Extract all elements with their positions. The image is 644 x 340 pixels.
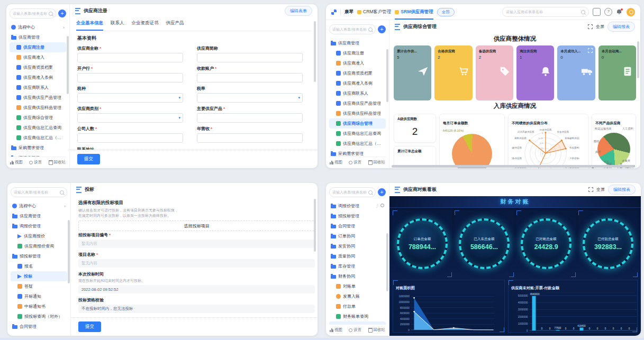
stat-card[interactable]: 本月成功入...0 — [557, 45, 595, 100]
sidebar-item-process-center[interactable]: 流程中心› — [10, 22, 66, 32]
sidebar-folder-contract[interactable]: 合同管理 — [329, 221, 386, 231]
stat-card[interactable]: 合格供应商2 — [434, 45, 472, 100]
sidebar-item[interactable]: 供应商资质档案 — [10, 62, 66, 72]
recycle-bin-button[interactable]: 回收站 — [368, 327, 386, 333]
sidebar-search-input[interactable]: 请输入表单/报表名称 — [329, 24, 376, 34]
sidebar-scrollbar[interactable] — [386, 233, 388, 291]
sidebar-item[interactable]: 供应商信息汇总（对... — [329, 139, 386, 149]
submit-button[interactable]: 提交 — [78, 321, 101, 332]
gauge-tile[interactable]: 已入库总金额586646... — [455, 210, 514, 277]
sidebar-folder-order[interactable]: 订单协同 — [11, 332, 67, 334]
sidebar-item[interactable]: 财务账单查询 — [329, 311, 386, 321]
add-form-button[interactable]: + — [58, 10, 66, 17]
project-name-input[interactable]: 暂无内容 — [78, 259, 315, 268]
gauge-tile[interactable]: 已付款总金额392883... — [578, 210, 638, 277]
sidebar-item-process-center[interactable]: 流程中心› — [11, 201, 67, 211]
chart-performance-radar[interactable]: 不同绩效的供应商分布 0 0.25 0.5 0.75 1 白金供应商 — [508, 114, 588, 168]
sidebar-item[interactable]: 投标 — [11, 271, 67, 281]
sidebar-item[interactable]: 供应商资质档案 — [329, 68, 386, 78]
notifications-icon[interactable] — [616, 8, 623, 15]
sidebar-folder-rfq[interactable]: 询报价管理⋮ — [329, 201, 386, 211]
recycle-bin-button[interactable]: 回收站 — [368, 160, 386, 165]
user-avatar[interactable] — [627, 8, 635, 16]
sidebar-item[interactable]: 供应商联系人 — [10, 82, 66, 93]
sidebar-item[interactable]: 供应商注册 — [329, 48, 386, 58]
sidebar-item[interactable]: 付款单 — [329, 301, 386, 311]
settings-button[interactable]: 设置 — [29, 160, 42, 165]
add-form-button[interactable]: + — [378, 188, 386, 196]
sidebar-folder-purchase-demand[interactable]: 采购需求管理 — [329, 149, 386, 157]
tab-contacts[interactable]: 联系人 — [111, 17, 124, 31]
sidebar-folder-bidding[interactable]: 招投标管理 — [11, 251, 67, 261]
annual-revenue-input[interactable] — [197, 133, 303, 143]
workspace-name[interactable]: 康琴 — [344, 9, 353, 15]
sidebar-item[interactable]: 供应商准入条例 — [329, 78, 386, 88]
sidebar-item[interactable]: 供应商综合管理 — [329, 118, 386, 128]
collapse-sidebar-icon[interactable] — [395, 187, 400, 193]
stat-card[interactable]: 累计合作供...5 — [394, 45, 431, 100]
chart-monthly-order-pie[interactable]: 每月订单金额数 645129 (8.16%) — [439, 114, 505, 168]
sidebar-item[interactable]: 答疑 — [11, 281, 67, 291]
select-bid-project-button[interactable]: 选择投标项目 — [78, 220, 315, 231]
sidebar-folder-finance[interactable]: 财务协同 — [329, 271, 386, 281]
submit-button[interactable]: 提交 — [77, 154, 100, 164]
sidebar-item[interactable]: 供应商准入条例 — [10, 72, 66, 82]
tab-qualification-certs[interactable]: 企业资质证书 — [132, 17, 159, 31]
chart-unreconciled-bar[interactable]: 供应商未对账:开票-付款金额 5000000 4000000 3000000 2… — [508, 280, 638, 333]
edit-report-button[interactable]: 编辑报表 — [608, 185, 636, 195]
sidebar-folder-bidding[interactable]: 招投标管理 — [329, 211, 386, 221]
sidebar-folder-inventory[interactable]: 库存管理 — [329, 261, 386, 271]
tab-srm-app[interactable]: SRM供应商管理 — [395, 4, 433, 20]
gauge-tile[interactable]: 订单总金额788944... — [393, 210, 452, 277]
sidebar-item[interactable]: 供应商信息汇总（对... — [10, 133, 66, 143]
tab-crm-app[interactable]: CRM客户管理 — [357, 4, 391, 20]
fullscreen-icon[interactable] — [588, 187, 593, 192]
tab-company-basic-info[interactable]: 企业基本信息 — [76, 17, 103, 31]
sidebar-folder-quality[interactable]: 质量协同 — [329, 251, 386, 261]
sidebar-item[interactable]: 供应商供应样品管理 — [329, 108, 386, 118]
edit-form-button[interactable]: 编辑表单 — [285, 6, 312, 16]
sidebar-item[interactable]: 发票入账 — [329, 291, 386, 301]
stat-card[interactable]: 淘汰供应商1 — [516, 45, 554, 100]
kpi-card-a-level[interactable]: A级供应商数2 — [394, 114, 436, 143]
all-apps-button[interactable]: 全部 — [437, 8, 455, 16]
fullscreen-label[interactable]: 全屏 — [596, 187, 605, 192]
sidebar-item[interactable]: 供应商供应产品管理 — [329, 98, 386, 108]
sidebar-search-input[interactable]: 请输入表单/报表名称 — [10, 8, 56, 19]
more-icon[interactable]: ⋮ — [375, 204, 379, 208]
app-center-icon[interactable] — [593, 8, 601, 16]
horizontal-scrollbar[interactable] — [392, 165, 634, 168]
sidebar-item[interactable]: 供应商准入 — [329, 58, 386, 68]
settings-button[interactable]: 设置 — [349, 327, 361, 333]
sidebar-item[interactable]: 供应商供应产品管理 — [10, 93, 66, 103]
sidebar-item[interactable]: 供应商准入 — [10, 52, 66, 62]
settings-button[interactable]: 设置 — [349, 160, 361, 165]
sidebar-item[interactable]: 供应商信息汇总查询 — [10, 123, 66, 133]
sidebar-scrollbar[interactable] — [386, 49, 388, 102]
sidebar-item[interactable]: 供应商注册 — [10, 42, 66, 52]
sidebar-item[interactable]: 开标通知 — [11, 291, 67, 301]
views-button[interactable]: 视图 — [10, 160, 23, 165]
views-button[interactable]: 视图 — [330, 327, 342, 333]
sidebar-folder-contract[interactable]: 合同管理 — [11, 321, 67, 332]
sidebar-item[interactable]: 供应商报价 — [11, 231, 67, 241]
add-form-button[interactable]: + — [378, 25, 386, 33]
sidebar-folder-rfq[interactable]: 询报价管理 — [10, 153, 66, 157]
chart-reconciliation-area[interactable]: 对账面积图 12000000 10000000 8000000 6000000 — [393, 280, 505, 333]
edit-report-button[interactable]: 编辑报表 — [607, 22, 635, 32]
short-name-input[interactable] — [197, 53, 303, 62]
sidebar-folder-supplier-mgmt[interactable]: 供应商管理 — [329, 38, 386, 48]
gauge-tile[interactable]: 已对账总金额24428.9 — [516, 210, 576, 277]
sidebar-search-input[interactable]: 请输入表单/报表名称 — [11, 187, 67, 197]
dashboard-scrollbar[interactable] — [637, 41, 639, 78]
sidebar-folder-rfq[interactable]: 询报价管理 — [11, 221, 67, 231]
sidebar-item[interactable]: 中标通知书 — [11, 301, 67, 311]
collapse-sidebar-icon[interactable] — [395, 24, 400, 30]
form-scrollbar[interactable] — [314, 199, 316, 252]
company-size-input[interactable] — [77, 133, 183, 143]
fullscreen-icon[interactable] — [588, 48, 593, 53]
views-button[interactable]: 视图 — [330, 160, 342, 165]
chart-product-pie[interactable]: 不同产品供应商 鲜花运输包装 人工原料 图纸 肉类 手机 服务类 水果类 人工原… — [592, 114, 636, 168]
sidebar-item[interactable]: 供应商联系人 — [329, 88, 386, 98]
sidebar-item[interactable]: 供应商综合管理 — [10, 113, 66, 123]
